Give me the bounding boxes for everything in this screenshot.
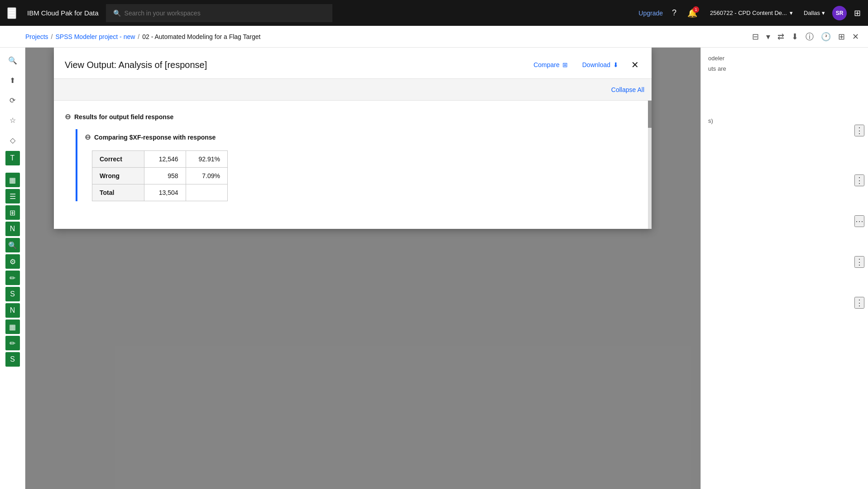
breadcrumb-sep-1: / (51, 33, 53, 40)
breadcrumb-spss[interactable]: SPSS Modeler project - new (55, 33, 135, 40)
download-breadcrumb-icon[interactable]: ⬇ (790, 30, 800, 44)
results-section: ⊖ Results for output field response ⊖ Co… (65, 108, 641, 201)
wrong-label: Wrong (92, 168, 144, 184)
info-icon[interactable]: ⓘ (804, 29, 815, 44)
wrong-value: 958 (144, 168, 186, 184)
global-search-box[interactable]: 🔍 (106, 4, 332, 22)
help-icon[interactable]: ? (670, 6, 678, 19)
right-panel: odeler uts are ⋮ s) ⋮ ⋯ ⋮ ⋮ (700, 48, 868, 489)
notification-badge: 1 (693, 6, 699, 13)
compare-button[interactable]: Compare ⊞ (530, 59, 571, 70)
sidebar-import-icon[interactable]: ⬆ (4, 71, 22, 89)
right-panel-dots-4[interactable]: ⋮ (854, 256, 864, 268)
close-right-icon[interactable]: ✕ (850, 30, 861, 44)
modal-overlay: View Output: Analysis of [response] Comp… (25, 48, 868, 489)
breadcrumb-current: 02 - Automated Modeling for a Flag Targe… (142, 33, 260, 40)
search-input[interactable] (125, 10, 325, 17)
main-content: View Output: Analysis of [response] Comp… (25, 48, 868, 489)
modal-toolbar: Collapse All (54, 79, 652, 101)
sidebar-chart-icon[interactable]: ▦ (5, 173, 20, 187)
compare-icon[interactable]: ⇄ (776, 30, 786, 44)
table-row: Wrong 958 7.09% (92, 168, 228, 184)
sidebar-settings-icon[interactable]: ⚙ (5, 254, 20, 269)
notifications-icon[interactable]: 🔔 1 (686, 6, 699, 20)
sidebar-modeler-icon[interactable]: ▦ (5, 320, 20, 334)
right-panel-dots-3[interactable]: ⋯ (854, 215, 864, 227)
download-icon: ⬇ (613, 61, 619, 68)
sidebar-favorites-icon[interactable]: ☆ (4, 111, 22, 129)
view-output-modal: View Output: Analysis of [response] Comp… (54, 48, 652, 229)
right-panel-text-2: uts are (708, 65, 861, 72)
correct-label: Correct (92, 151, 144, 168)
sidebar-search-icon[interactable]: 🔍 (4, 51, 22, 69)
sidebar-recent-icon[interactable]: ⟳ (4, 91, 22, 109)
right-panel-dots-2[interactable]: ⋮ (854, 174, 864, 186)
download-button[interactable]: Download ⬇ (579, 59, 622, 70)
right-panel-dots-5[interactable]: ⋮ (854, 297, 864, 309)
chevron-down-icon[interactable]: ▾ (764, 30, 772, 44)
hamburger-menu-icon[interactable]: ☰ (7, 7, 16, 19)
sidebar-analysis-icon[interactable]: 🔍 (5, 238, 20, 252)
sidebar-script-icon[interactable]: S (5, 287, 20, 301)
scroll-thumb[interactable] (648, 101, 652, 128)
left-sidebar: 🔍 ⬆ ⟳ ☆ ◇ T ▦ ☰ ⊞ N 🔍 ⚙ ✏ S N ▦ ✏ S (0, 48, 25, 489)
total-percent (186, 184, 227, 201)
breadcrumb-sep-2: / (138, 33, 139, 40)
breadcrumb-actions: ⊟ ▾ ⇄ ⬇ ⓘ 🕐 ⊞ ✕ (750, 29, 861, 44)
right-panel-text-3: s) (708, 117, 861, 124)
grid-icon[interactable]: ⊞ (836, 30, 847, 44)
app-brand-name: IBM Cloud Pak for Data (27, 9, 99, 17)
collapse-all-button[interactable]: Collapse All (611, 86, 644, 93)
sidebar-node-icon[interactable]: N (5, 222, 20, 236)
history-icon[interactable]: 🕐 (819, 30, 833, 44)
modal-header: View Output: Analysis of [response] Comp… (54, 48, 652, 79)
right-panel-dots-1[interactable]: ⋮ (854, 125, 864, 136)
results-section-header[interactable]: ⊖ Results for output field response (65, 108, 641, 126)
avatar[interactable]: SR (832, 6, 847, 20)
download-label: Download (582, 61, 610, 68)
sidebar-task-icon[interactable]: ✏ (5, 271, 20, 285)
account-selector[interactable]: 2560722 - CPD Content De... ▾ (706, 10, 796, 16)
comparison-subsection: ⊖ Comparing $XF-response with response C… (76, 129, 641, 201)
sidebar-tools-icon[interactable]: T (5, 151, 20, 165)
breadcrumb-bar: Projects / SPSS Modeler project - new / … (0, 26, 868, 48)
compare-label: Compare (533, 61, 560, 68)
total-value: 13,504 (144, 184, 186, 201)
modal-close-button[interactable]: ✕ (629, 58, 641, 71)
modal-title: View Output: Analysis of [response] (65, 60, 530, 70)
collapse-subsection-icon: ⊖ (85, 133, 91, 141)
modal-body: ⊖ Results for output field response ⊖ Co… (54, 101, 652, 229)
comparison-subsection-header[interactable]: ⊖ Comparing $XF-response with response (85, 129, 641, 145)
sidebar-table-icon[interactable]: ⊞ (5, 205, 20, 220)
sidebar-spss-icon[interactable]: S (5, 352, 20, 367)
correct-percent: 92.91% (186, 151, 227, 168)
apps-grid-icon[interactable]: ⊞ (854, 8, 861, 18)
collapse-section-icon: ⊖ (65, 112, 71, 121)
sidebar-diamond-icon[interactable]: ◇ (4, 131, 22, 149)
comparison-subsection-label: Comparing $XF-response with response (94, 134, 216, 141)
search-icon: 🔍 (113, 10, 121, 17)
wrong-percent: 7.09% (186, 168, 227, 184)
right-panel-text-1: odeler (708, 55, 861, 62)
output-icon[interactable]: ⊟ (750, 30, 761, 44)
account-chevron-icon: ▾ (790, 10, 793, 16)
total-label: Total (92, 184, 144, 201)
scroll-indicator (648, 101, 652, 229)
region-chevron-icon: ▾ (822, 10, 825, 16)
sidebar-flow-icon[interactable]: ✏ (5, 336, 20, 350)
analysis-table: Correct 12,546 92.91% Wrong 958 7.09% (92, 150, 228, 201)
upgrade-button[interactable]: Upgrade (638, 10, 663, 17)
table-row: Total 13,504 (92, 184, 228, 201)
breadcrumb-projects[interactable]: Projects (25, 33, 48, 40)
region-selector[interactable]: Dallas ▾ (804, 10, 825, 16)
account-name: 2560722 - CPD Content De... (710, 10, 787, 16)
sidebar-list-icon[interactable]: ☰ (5, 189, 20, 203)
region-name: Dallas (804, 10, 820, 16)
compare-icon: ⊞ (562, 61, 568, 68)
table-row: Correct 12,546 92.91% (92, 151, 228, 168)
correct-value: 12,546 (144, 151, 186, 168)
results-section-label: Results for output field response (74, 113, 173, 121)
sidebar-notebook-icon[interactable]: N (5, 303, 20, 318)
modal-header-actions: Compare ⊞ Download ⬇ (530, 59, 622, 70)
top-navigation: ☰ IBM Cloud Pak for Data 🔍 Upgrade ? 🔔 1… (0, 0, 868, 26)
